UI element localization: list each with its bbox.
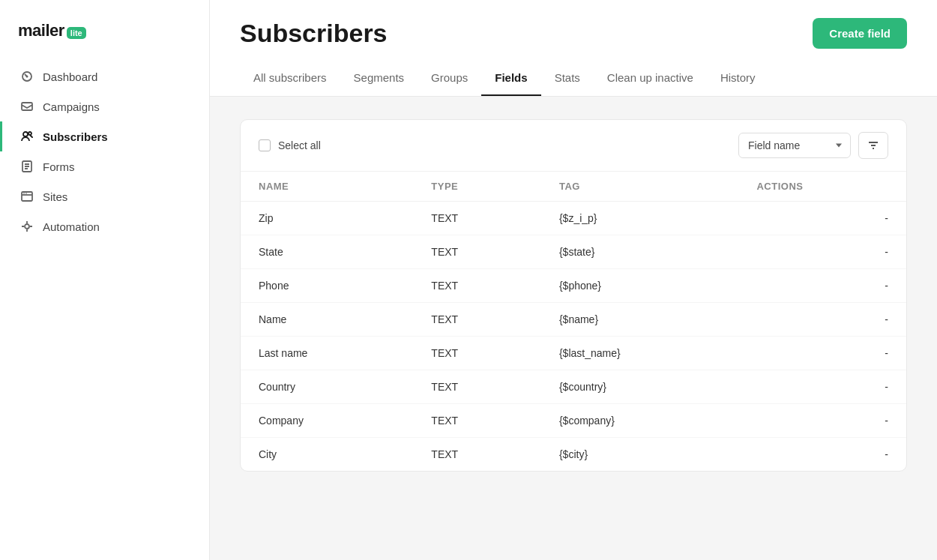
table-header-row: Name Type Tag Actions <box>241 172 906 202</box>
svg-point-8 <box>25 193 27 194</box>
cell-actions: - <box>738 370 906 404</box>
table-row: Last name TEXT {$last_name} - <box>241 337 906 370</box>
main-content: Subscribers Create field All subscribers… <box>210 0 937 560</box>
filter-button[interactable] <box>858 132 888 159</box>
tab-history[interactable]: History <box>707 64 769 96</box>
campaigns-icon <box>20 100 34 113</box>
tab-groups[interactable]: Groups <box>418 64 481 96</box>
col-actions: Actions <box>738 172 906 202</box>
cell-name: Phone <box>241 269 413 303</box>
subscribers-icon <box>20 130 34 143</box>
forms-icon <box>20 160 34 173</box>
cell-tag: {$state} <box>541 235 739 269</box>
svg-point-4 <box>28 132 31 135</box>
dashboard-icon <box>20 70 34 83</box>
logo: mailerlite <box>0 15 209 61</box>
cell-tag: {$phone} <box>541 269 739 303</box>
cell-tag: {$name} <box>541 303 739 337</box>
cell-type: TEXT <box>413 235 541 269</box>
fields-table: Name Type Tag Actions Zip TEXT {$z_i_p} … <box>241 172 906 471</box>
select-all-area: Select all <box>259 139 321 151</box>
tab-stats[interactable]: Stats <box>541 64 594 96</box>
cell-actions: - <box>738 269 906 303</box>
sidebar-item-subscribers[interactable]: Subscribers <box>0 121 209 151</box>
sidebar-item-automation[interactable]: Automation <box>0 211 209 241</box>
table-row: Country TEXT {$country} - <box>241 370 906 404</box>
cell-name: Last name <box>241 337 413 370</box>
sidebar: mailerlite Dashboard Campaigns <box>0 0 210 560</box>
toolbar-right: Field name Type Tag <box>738 132 888 159</box>
filter-icon <box>867 139 880 152</box>
tabs-nav: All subscribers Segments Groups Fields S… <box>240 64 907 96</box>
create-field-button[interactable]: Create field <box>813 18 907 49</box>
sidebar-item-dashboard[interactable]: Dashboard <box>0 61 209 91</box>
col-tag: Tag <box>541 172 739 202</box>
cell-name: Name <box>241 303 413 337</box>
svg-point-1 <box>26 76 28 78</box>
cell-name: City <box>241 438 413 472</box>
svg-point-3 <box>23 132 28 136</box>
cell-type: TEXT <box>413 370 541 404</box>
fields-table-card: Select all Field name Type Tag <box>240 119 907 472</box>
sidebar-item-sites[interactable]: Sites <box>0 181 209 211</box>
sites-icon <box>20 190 34 203</box>
cell-tag: {$company} <box>541 404 739 438</box>
tab-clean-up-inactive[interactable]: Clean up inactive <box>594 64 707 96</box>
sidebar-item-label: Campaigns <box>43 100 100 113</box>
cell-type: TEXT <box>413 202 541 235</box>
cell-tag: {$z_i_p} <box>541 202 739 235</box>
page-header: Subscribers Create field All subscribers… <box>210 0 937 97</box>
cell-actions: - <box>738 337 906 370</box>
select-all-checkbox[interactable] <box>259 139 271 151</box>
sidebar-item-label: Automation <box>43 220 100 233</box>
table-body: Zip TEXT {$z_i_p} - State TEXT {$state} … <box>241 202 906 472</box>
cell-type: TEXT <box>413 438 541 472</box>
tab-fields[interactable]: Fields <box>481 64 540 96</box>
table-row: Name TEXT {$name} - <box>241 303 906 337</box>
select-all-label[interactable]: Select all <box>278 139 321 151</box>
cell-type: TEXT <box>413 303 541 337</box>
cell-tag: {$city} <box>541 438 739 472</box>
cell-name: Country <box>241 370 413 404</box>
table-row: Phone TEXT {$phone} - <box>241 269 906 303</box>
table-toolbar: Select all Field name Type Tag <box>241 120 906 172</box>
tab-segments[interactable]: Segments <box>340 64 418 96</box>
cell-type: TEXT <box>413 269 541 303</box>
cell-actions: - <box>738 303 906 337</box>
tab-all-subscribers[interactable]: All subscribers <box>240 64 340 96</box>
cell-actions: - <box>738 404 906 438</box>
page-title: Subscribers <box>240 19 388 48</box>
sort-select[interactable]: Field name Type Tag <box>738 133 851 158</box>
cell-type: TEXT <box>413 404 541 438</box>
cell-name: Zip <box>241 202 413 235</box>
svg-point-7 <box>23 193 25 194</box>
svg-point-9 <box>25 224 29 229</box>
cell-name: Company <box>241 404 413 438</box>
header-top: Subscribers Create field <box>240 18 907 49</box>
cell-actions: - <box>738 235 906 269</box>
table-row: Zip TEXT {$z_i_p} - <box>241 202 906 235</box>
table-row: Company TEXT {$company} - <box>241 404 906 438</box>
content-area: Select all Field name Type Tag <box>210 97 937 560</box>
sidebar-item-label: Dashboard <box>43 70 97 83</box>
table-row: City TEXT {$city} - <box>241 438 906 472</box>
sort-select-wrap: Field name Type Tag <box>738 133 851 158</box>
sidebar-item-label: Forms <box>43 160 75 173</box>
cell-actions: - <box>738 202 906 235</box>
table-header: Name Type Tag Actions <box>241 172 906 202</box>
svg-rect-6 <box>22 192 32 201</box>
sidebar-item-campaigns[interactable]: Campaigns <box>0 91 209 121</box>
sidebar-item-forms[interactable]: Forms <box>0 151 209 181</box>
col-type: Type <box>413 172 541 202</box>
logo-text: mailerlite <box>18 21 86 40</box>
col-name: Name <box>241 172 413 202</box>
logo-badge: lite <box>67 27 86 39</box>
cell-name: State <box>241 235 413 269</box>
sidebar-item-label: Subscribers <box>43 130 108 143</box>
sidebar-item-label: Sites <box>43 190 67 203</box>
automation-icon <box>20 220 34 233</box>
cell-tag: {$last_name} <box>541 337 739 370</box>
table-row: State TEXT {$state} - <box>241 235 906 269</box>
cell-tag: {$country} <box>541 370 739 404</box>
cell-actions: - <box>738 438 906 472</box>
